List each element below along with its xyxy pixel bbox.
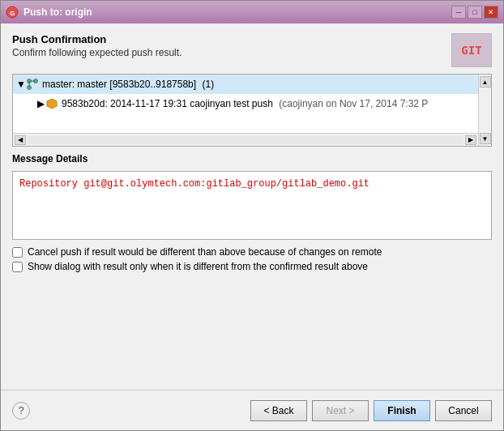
bottom-bar: ? < Back Next > Finish Cancel bbox=[1, 390, 503, 430]
scroll-track[interactable] bbox=[28, 136, 463, 144]
dialog-subtitle: Confirm following expected push result. bbox=[12, 47, 182, 58]
cancel-if-different-checkbox[interactable] bbox=[12, 247, 23, 258]
window-controls: ─ □ ✕ bbox=[451, 6, 498, 19]
cancel-button[interactable]: Cancel bbox=[435, 400, 492, 421]
minimize-button[interactable]: ─ bbox=[451, 6, 466, 19]
back-button[interactable]: < Back bbox=[250, 400, 307, 421]
main-content: Push Confirmation Confirm following expe… bbox=[1, 23, 503, 390]
branch-label: master: master [9583b20..918758b] (1) bbox=[42, 79, 214, 90]
git-logo: GIT bbox=[451, 33, 492, 67]
close-button[interactable]: ✕ bbox=[484, 6, 498, 19]
branch-count: (1) bbox=[202, 79, 214, 90]
tree-collapse-icon[interactable]: ▼ bbox=[16, 79, 26, 89]
checkboxes-section: Cancel push if result would be different… bbox=[12, 246, 492, 272]
branch-icon bbox=[26, 78, 39, 91]
horizontal-scroll-area: ◀ ▶ bbox=[13, 133, 478, 146]
commit-label: 9583b20d: 2014-11-17 19:31 caojinyan tes… bbox=[62, 98, 428, 109]
help-button[interactable]: ? bbox=[12, 402, 30, 420]
next-button[interactable]: Next > bbox=[312, 400, 369, 421]
checkbox-row-2: Show dialog with result only when it is … bbox=[12, 261, 492, 272]
window-title: Push to: origin bbox=[23, 6, 451, 18]
header-text: Push Confirmation Confirm following expe… bbox=[12, 33, 182, 58]
show-dialog-if-different-checkbox[interactable] bbox=[12, 262, 23, 272]
show-dialog-if-different-label: Show dialog with result only when it is … bbox=[28, 261, 368, 272]
finish-button[interactable]: Finish bbox=[374, 400, 430, 421]
dialog-title: Push Confirmation bbox=[12, 33, 182, 45]
message-details-box: Repository git@git.olymtech.com:gitlab_g… bbox=[12, 171, 492, 240]
title-bar: G Push to: origin ─ □ ✕ bbox=[1, 1, 503, 23]
dialog-buttons: < Back Next > Finish Cancel bbox=[250, 400, 492, 421]
message-details-label: Message Details bbox=[12, 153, 492, 164]
scroll-left-button[interactable]: ◀ bbox=[15, 135, 26, 145]
checkbox-row-1: Cancel push if result would be different… bbox=[12, 246, 492, 258]
tree-expand-icon[interactable]: ▶ bbox=[36, 99, 45, 109]
header-row: Push Confirmation Confirm following expe… bbox=[12, 33, 492, 67]
scroll-right-button[interactable]: ▶ bbox=[465, 135, 476, 145]
vertical-scrollbar[interactable]: ▲ ▼ bbox=[478, 75, 491, 146]
window-icon: G bbox=[6, 6, 19, 19]
push-dialog: G Push to: origin ─ □ ✕ Push Confirmatio… bbox=[0, 0, 504, 431]
horizontal-scrollbar[interactable]: ◀ ▶ bbox=[13, 133, 478, 146]
push-tree-panel: ▼ master: master [9583b20..918758b] (1) bbox=[12, 74, 492, 147]
scroll-up-button[interactable]: ▲ bbox=[480, 76, 491, 87]
tree-row[interactable]: ▶ 9583b20d: 2014-11-17 19:31 caojinyan t… bbox=[13, 94, 491, 113]
svg-marker-7 bbox=[47, 99, 57, 109]
cancel-if-different-label: Cancel push if result would be different… bbox=[28, 246, 382, 258]
scroll-down-button[interactable]: ▼ bbox=[480, 133, 491, 144]
tree-row[interactable]: ▼ master: master [9583b20..918758b] (1) bbox=[13, 75, 491, 94]
svg-text:G: G bbox=[10, 10, 15, 17]
maximize-button[interactable]: □ bbox=[468, 6, 482, 19]
commit-icon bbox=[45, 97, 58, 110]
